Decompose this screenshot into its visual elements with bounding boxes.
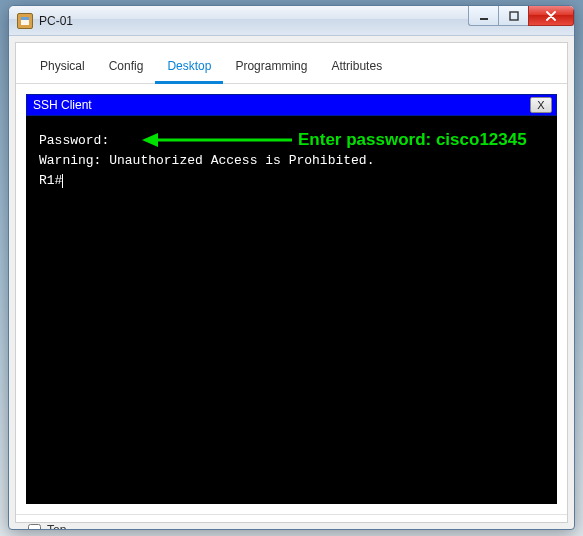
terminal-prompt: R1#	[39, 171, 544, 191]
terminal[interactable]: Password: Warning: Unauthorized Access i…	[26, 116, 557, 504]
footer: Top	[16, 514, 567, 530]
window-title: PC-01	[39, 14, 468, 28]
minimize-button[interactable]	[468, 6, 498, 26]
maximize-button[interactable]	[498, 6, 528, 26]
cursor-icon	[62, 174, 63, 188]
tab-config[interactable]: Config	[97, 53, 156, 83]
svg-marker-5	[142, 133, 158, 147]
tab-attributes[interactable]: Attributes	[319, 53, 394, 83]
ssh-titlebar: SSH Client X	[26, 94, 557, 116]
ssh-title: SSH Client	[33, 98, 92, 112]
client-area: Physical Config Desktop Programming Attr…	[15, 42, 568, 523]
window-controls	[468, 6, 574, 35]
svg-rect-2	[480, 18, 488, 20]
tab-programming[interactable]: Programming	[223, 53, 319, 83]
svg-rect-0	[21, 20, 29, 25]
tab-desktop[interactable]: Desktop	[155, 53, 223, 84]
app-icon	[17, 13, 33, 29]
annotation-text: Enter password: cisco12345	[298, 127, 527, 153]
tab-bar: Physical Config Desktop Programming Attr…	[16, 43, 567, 84]
terminal-line: Warning: Unauthorized Access is Prohibit…	[39, 151, 544, 171]
close-button[interactable]	[528, 6, 574, 26]
annotation: Enter password: cisco12345	[142, 127, 527, 153]
titlebar[interactable]: PC-01	[9, 6, 574, 36]
arrow-left-icon	[142, 131, 292, 149]
app-window: PC-01 Physical Config Desktop Programmin…	[8, 5, 575, 530]
content-area: SSH Client X Password: Warning: Unauthor…	[16, 84, 567, 514]
ssh-close-button[interactable]: X	[530, 97, 552, 113]
svg-rect-3	[510, 12, 518, 20]
top-label: Top	[47, 523, 66, 530]
svg-rect-1	[21, 17, 29, 20]
top-checkbox[interactable]	[28, 524, 41, 531]
tab-physical[interactable]: Physical	[28, 53, 97, 83]
